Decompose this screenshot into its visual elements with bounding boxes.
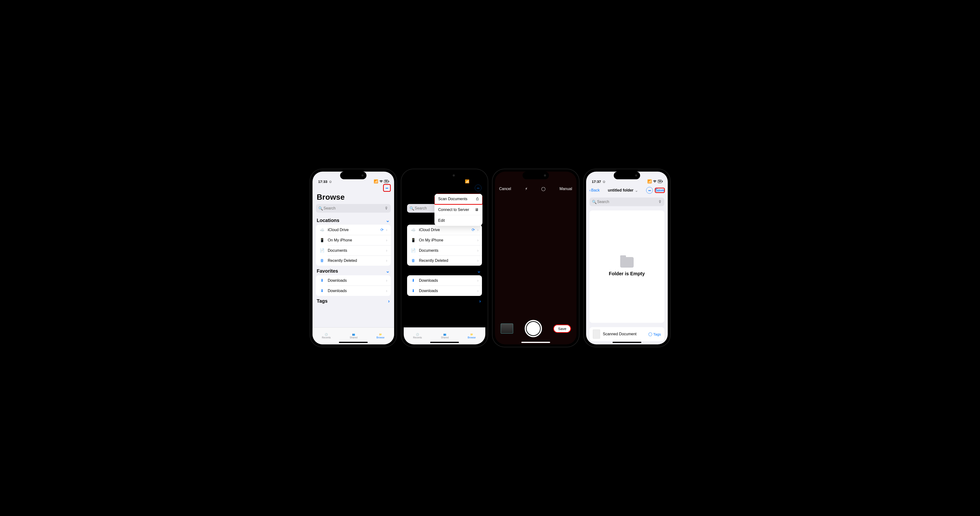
menu-connect-server[interactable]: Connect to Server 🖥	[434, 204, 482, 215]
shared-icon: 👥	[443, 333, 446, 336]
search-input[interactable]	[323, 206, 385, 211]
location-documents[interactable]: 📄Documents›	[407, 245, 482, 256]
phone-browse: 17:33 ☺ 📶 55 ••• Browse 🔍 🎙 Locations ⌄ …	[310, 169, 396, 347]
row-label: Downloads	[419, 289, 438, 293]
cellular-icon: 📶	[374, 179, 378, 183]
folder-title-button[interactable]: untitled folder⌄	[608, 188, 638, 193]
locations-list: ☁️iCloud Drive⟳› 📱On My iPhone› 📄Documen…	[407, 225, 482, 266]
location-icloud[interactable]: ☁️ iCloud Drive ⟳›	[316, 225, 391, 235]
search-input[interactable]	[597, 199, 658, 204]
server-icon: 🖥	[475, 208, 479, 212]
row-label: iCloud Drive	[328, 228, 349, 232]
location-onmyiphone[interactable]: 📱 On My iPhone ›	[316, 235, 391, 245]
document-name: Scanned Document	[603, 332, 637, 336]
more-menu-button[interactable]: •••	[383, 185, 390, 191]
notch	[522, 172, 549, 179]
home-indicator[interactable]	[430, 342, 459, 343]
chevron-right-icon: ›	[386, 248, 387, 253]
tags-button[interactable]: ◯Tags	[648, 332, 661, 336]
chevron-right-icon: ›	[386, 228, 387, 232]
chevron-right-icon: ›	[477, 258, 478, 263]
camera-viewport	[495, 193, 576, 316]
more-menu-button[interactable]: •••	[646, 187, 653, 194]
home-indicator[interactable]	[521, 342, 550, 343]
save-label: Save	[558, 326, 566, 331]
tab-recents[interactable]: 🕘Recents	[413, 333, 422, 339]
location-icloud[interactable]: ☁️iCloud Drive⟳›	[407, 225, 482, 235]
save-scan-button[interactable]: Save	[554, 325, 571, 333]
tab-shared[interactable]: 👥Shared	[350, 333, 357, 339]
tab-browse[interactable]: 📁Browse	[468, 333, 476, 339]
phone-icon: 📱	[410, 238, 416, 242]
tab-browse[interactable]: 📁Browse	[377, 333, 385, 339]
battery-icon: 54	[658, 180, 662, 183]
favorite-downloads[interactable]: ⬇︎ Downloads ›	[316, 275, 391, 286]
tags-header[interactable]: Tags ›	[312, 296, 394, 305]
tags-header[interactable]: Tags ›	[404, 296, 485, 305]
location-recently-deleted[interactable]: 🗑Recently Deleted›	[407, 256, 482, 266]
locations-header[interactable]: Locations ⌄	[312, 215, 394, 225]
location-documents[interactable]: 📄 Documents ›	[316, 245, 391, 256]
chevron-right-icon: ›	[477, 248, 478, 253]
sync-icon: ⟳	[380, 228, 383, 232]
location-onmyiphone[interactable]: 📱On My iPhone›	[407, 235, 482, 245]
more-menu-popover: Scan Documents ⎙ Connect to Server 🖥 Edi…	[434, 194, 482, 226]
wifi-icon	[653, 180, 657, 183]
favorites-list: ⬇︎Downloads› ⬇︎Downloads›	[407, 275, 482, 296]
scan-thumbnail[interactable]	[501, 323, 513, 334]
search-field[interactable]: 🔍 🎙	[316, 204, 391, 213]
favorites-header[interactable]: Favorites ⌄	[404, 266, 485, 275]
download-icon: ⬇︎	[410, 278, 416, 283]
chevron-right-icon: ›	[479, 298, 481, 304]
flash-icon[interactable]: ⚡︎	[525, 186, 528, 191]
chevron-right-icon: ›	[386, 289, 387, 293]
chevron-right-icon: ›	[386, 258, 387, 263]
search-field[interactable]: 🔍 🎙	[590, 197, 664, 206]
mode-toggle[interactable]: Manual	[560, 187, 572, 191]
chevron-right-icon: ›	[386, 279, 387, 283]
tags-label: Tags	[317, 298, 328, 304]
folder-icon: 📁	[470, 333, 473, 336]
notch	[614, 172, 640, 179]
empty-label: Folder is Empty	[609, 271, 645, 277]
favorites-label: Favorites	[317, 268, 338, 274]
row-label: Downloads	[328, 289, 347, 293]
download-icon: ⬇︎	[410, 288, 416, 293]
tab-recents[interactable]: 🕘Recents	[322, 333, 331, 339]
menu-edit[interactable]: Edit	[434, 215, 482, 226]
tab-label: Browse	[377, 336, 385, 339]
location-recently-deleted[interactable]: 🗑 Recently Deleted ›	[316, 256, 391, 266]
scanner-bottom-bar: Save	[495, 316, 576, 344]
tab-label: Browse	[468, 336, 476, 339]
mic-icon[interactable]: 🎙	[385, 206, 388, 210]
home-indicator[interactable]	[612, 342, 641, 343]
chevron-right-icon: ›	[477, 228, 478, 232]
chevron-down-icon: ⌄	[477, 268, 481, 274]
favorite-downloads[interactable]: ⬇︎ Downloads ›	[316, 286, 391, 296]
folder-icon: 📁	[379, 333, 382, 336]
favorite-downloads[interactable]: ⬇︎Downloads›	[407, 286, 482, 296]
mic-icon[interactable]: 🎙	[658, 200, 662, 204]
tab-shared[interactable]: 👥Shared	[441, 333, 449, 339]
save-button[interactable]: Save	[655, 188, 664, 193]
save-label: Save	[655, 188, 664, 192]
filter-icon[interactable]: ◯	[541, 186, 546, 191]
home-indicator[interactable]	[339, 342, 368, 343]
shared-icon: 👥	[352, 333, 355, 336]
battery-icon: 55	[475, 180, 479, 183]
scanned-document-row[interactable]: Scanned Document ◯Tags	[590, 327, 664, 341]
empty-folder-state: Folder is Empty	[590, 210, 664, 323]
download-icon: ⬇︎	[319, 278, 325, 283]
search-icon: 🔍	[592, 200, 597, 204]
clock: 17:33	[318, 180, 328, 183]
cancel-button[interactable]: Cancel	[499, 187, 511, 191]
chevron-right-icon: ›	[477, 238, 478, 242]
more-menu-button[interactable]: •••	[475, 185, 482, 191]
trash-icon: 🗑	[410, 258, 416, 263]
favorites-header[interactable]: Favorites ⌄	[312, 266, 394, 275]
favorite-downloads[interactable]: ⬇︎Downloads›	[407, 275, 482, 286]
menu-scan-documents[interactable]: Scan Documents ⎙	[434, 194, 482, 204]
cloud-icon: ☁️	[410, 228, 416, 232]
shutter-button[interactable]	[525, 320, 542, 337]
back-button[interactable]: ‹Back	[590, 188, 600, 193]
